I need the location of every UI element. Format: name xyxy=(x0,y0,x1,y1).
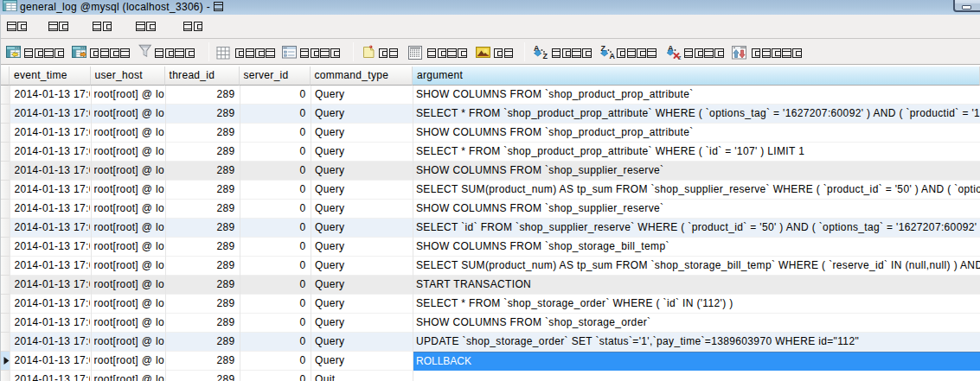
svg-text:A: A xyxy=(610,52,616,60)
svg-text:z: z xyxy=(678,54,682,60)
svg-text:Z: Z xyxy=(543,52,548,60)
